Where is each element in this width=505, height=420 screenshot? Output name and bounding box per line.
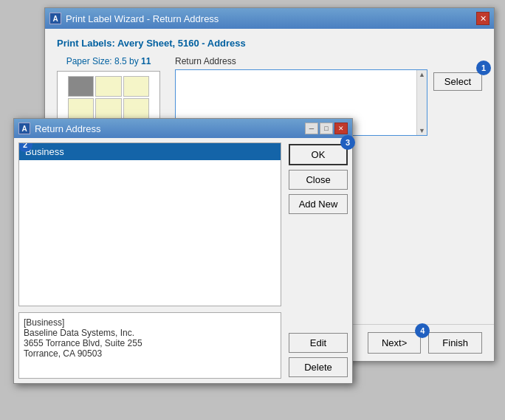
ok-button-wrapper: 3 OK	[289, 144, 346, 165]
label-cell-6	[123, 98, 149, 119]
add-new-button[interactable]: Add New	[289, 194, 348, 214]
ra-titlebar: A Return Address ─ □ ✕	[14, 119, 352, 138]
scroll-up-arrow[interactable]: ▲	[417, 70, 426, 79]
ra-buttons-panel: 3 OK Close Add New Edit Delete	[286, 138, 352, 383]
ra-close-button[interactable]: ✕	[334, 123, 348, 134]
select-button-wrapper: 1 Select	[433, 69, 482, 91]
ra-title-text: Return Address	[35, 123, 101, 134]
next-button[interactable]: Next>	[368, 332, 421, 354]
select-button[interactable]: Select	[433, 72, 482, 91]
ra-list-area: 2 Business [Business] Baseline Data Syst…	[14, 138, 286, 383]
paper-size-value: 11	[141, 56, 151, 66]
return-address-dialog: A Return Address ─ □ ✕ 2 Business [Busin…	[13, 118, 353, 384]
delete-button[interactable]: Delete	[289, 357, 348, 377]
ra-titlebar-controls: ─ □ ✕	[305, 123, 348, 134]
next-button-wrapper: 4 Next>	[368, 332, 421, 354]
label-cell-4	[68, 98, 94, 119]
finish-button[interactable]: Finish	[428, 332, 482, 354]
wizard-title-text: Print Label Wizard - Return Address	[66, 13, 219, 24]
ra-list-item-business[interactable]: 2 Business	[19, 143, 281, 160]
wizard-subtitle-value: Avery Sheet, 5160	[117, 38, 199, 49]
app-icon: A	[49, 13, 61, 24]
ra-minimize-button[interactable]: ─	[305, 123, 318, 134]
edit-button[interactable]: Edit	[289, 333, 348, 353]
wizard-title-left: A Print Label Wizard - Return Address	[49, 13, 219, 24]
label-cell-5	[95, 98, 121, 119]
ra-preview-text: [Business] Baseline Data Systems, Inc. 3…	[18, 312, 281, 379]
ok-button[interactable]: OK	[289, 144, 348, 165]
wizard-titlebar: A Print Label Wizard - Return Address ✕	[45, 8, 494, 29]
wizard-close-button[interactable]: ✕	[476, 12, 489, 25]
label-cell-3	[123, 76, 149, 97]
ra-restore-button[interactable]: □	[320, 123, 333, 134]
ra-app-icon: A	[18, 123, 30, 134]
close-button[interactable]: Close	[289, 170, 348, 190]
badge-4: 4	[415, 323, 430, 338]
wizard-subtitle: Print Labels: Avery Sheet, 5160 - Addres…	[57, 38, 482, 49]
label-cell-2	[95, 76, 121, 97]
ra-titlebar-left: A Return Address	[18, 123, 101, 134]
badge-1: 1	[476, 61, 491, 75]
return-address-label: Return Address	[175, 56, 482, 66]
ra-body: 2 Business [Business] Baseline Data Syst…	[14, 138, 352, 383]
ra-listbox[interactable]: 2 Business	[18, 142, 281, 306]
scroll-down-arrow[interactable]: ▼	[417, 126, 426, 135]
label-cell-1	[68, 76, 94, 97]
badge-3: 3	[340, 135, 355, 150]
paper-size-text: Paper Size: 8.5 by 11	[57, 56, 160, 66]
return-address-scrollbar[interactable]: ▲ ▼	[416, 70, 427, 135]
